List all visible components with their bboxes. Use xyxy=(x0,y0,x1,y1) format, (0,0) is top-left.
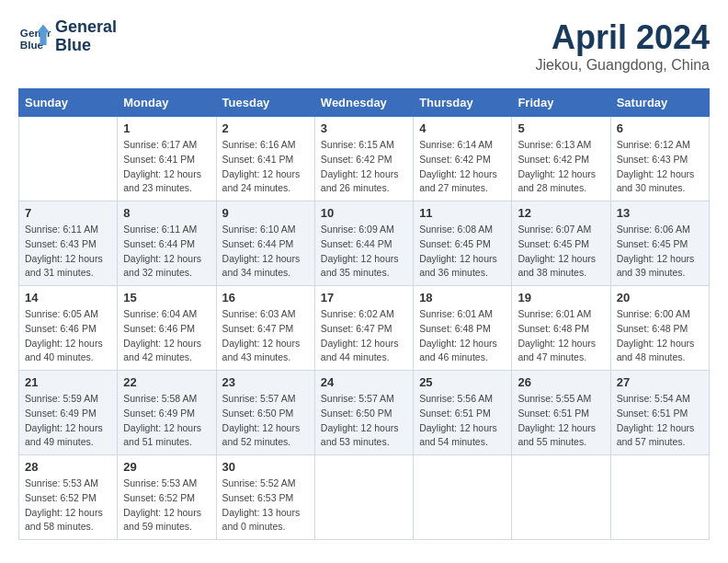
sunrise-label: Sunrise: 6:11 AM xyxy=(25,224,98,235)
calendar-cell: 13 Sunrise: 6:06 AM Sunset: 6:45 PM Dayl… xyxy=(610,201,709,286)
daylight-label: Daylight: 12 hours and 51 minutes. xyxy=(123,422,201,448)
sunrise-label: Sunrise: 5:53 AM xyxy=(123,477,197,488)
sunrise-label: Sunrise: 5:55 AM xyxy=(518,393,591,404)
day-number: 8 xyxy=(123,206,210,220)
sunrise-label: Sunrise: 6:01 AM xyxy=(419,308,493,319)
sunset-label: Sunset: 6:48 PM xyxy=(617,323,688,334)
sunrise-label: Sunrise: 6:11 AM xyxy=(123,224,197,235)
day-info: Sunrise: 6:00 AM Sunset: 6:48 PM Dayligh… xyxy=(617,307,703,365)
daylight-label: Daylight: 12 hours and 26 minutes. xyxy=(321,168,399,194)
calendar-cell: 12 Sunrise: 6:07 AM Sunset: 6:45 PM Dayl… xyxy=(512,201,610,286)
day-info: Sunrise: 5:55 AM Sunset: 6:51 PM Dayligh… xyxy=(518,392,604,450)
sunset-label: Sunset: 6:42 PM xyxy=(321,154,392,165)
calendar-cell: 26 Sunrise: 5:55 AM Sunset: 6:51 PM Dayl… xyxy=(512,371,610,455)
calendar-week-row: 1 Sunrise: 6:17 AM Sunset: 6:41 PM Dayli… xyxy=(19,117,710,201)
day-number: 12 xyxy=(518,206,604,220)
daylight-label: Daylight: 12 hours and 47 minutes. xyxy=(518,338,596,363)
weekday-header: Thursday xyxy=(414,89,512,117)
weekday-header: Sunday xyxy=(19,89,118,117)
sunrise-label: Sunrise: 6:05 AM xyxy=(25,308,98,319)
day-info: Sunrise: 6:01 AM Sunset: 6:48 PM Dayligh… xyxy=(518,307,604,365)
calendar-cell xyxy=(19,117,118,201)
day-info: Sunrise: 6:15 AM Sunset: 6:42 PM Dayligh… xyxy=(321,138,407,196)
day-number: 10 xyxy=(321,206,407,220)
sunrise-label: Sunrise: 6:01 AM xyxy=(518,308,591,319)
title-section: April 2024 Jiekou, Guangdong, China xyxy=(536,18,710,74)
logo-icon: General Blue xyxy=(18,20,51,53)
calendar-cell xyxy=(610,455,709,540)
day-number: 1 xyxy=(123,121,210,135)
sunset-label: Sunset: 6:44 PM xyxy=(222,238,294,249)
day-info: Sunrise: 5:53 AM Sunset: 6:52 PM Dayligh… xyxy=(123,477,210,534)
daylight-label: Daylight: 12 hours and 44 minutes. xyxy=(321,338,399,363)
calendar-cell: 17 Sunrise: 6:02 AM Sunset: 6:47 PM Dayl… xyxy=(314,286,413,371)
sunset-label: Sunset: 6:45 PM xyxy=(617,238,688,249)
day-info: Sunrise: 6:14 AM Sunset: 6:42 PM Dayligh… xyxy=(419,138,506,196)
location: Jiekou, Guangdong, China xyxy=(536,57,710,74)
day-number: 18 xyxy=(419,291,506,304)
sunrise-label: Sunrise: 5:57 AM xyxy=(321,393,394,404)
sunrise-label: Sunrise: 6:07 AM xyxy=(518,224,591,235)
sunset-label: Sunset: 6:50 PM xyxy=(321,408,392,419)
day-info: Sunrise: 6:16 AM Sunset: 6:41 PM Dayligh… xyxy=(222,138,309,196)
sunset-label: Sunset: 6:51 PM xyxy=(518,408,589,419)
calendar-cell: 5 Sunrise: 6:13 AM Sunset: 6:42 PM Dayli… xyxy=(512,117,610,201)
weekday-header: Tuesday xyxy=(216,89,314,117)
calendar-cell: 18 Sunrise: 6:01 AM Sunset: 6:48 PM Dayl… xyxy=(414,286,512,371)
sunrise-label: Sunrise: 6:17 AM xyxy=(123,139,197,150)
day-number: 6 xyxy=(617,121,703,135)
calendar-cell xyxy=(512,455,610,540)
daylight-label: Daylight: 12 hours and 23 minutes. xyxy=(123,168,201,194)
calendar-cell: 21 Sunrise: 5:59 AM Sunset: 6:49 PM Dayl… xyxy=(19,371,118,455)
sunset-label: Sunset: 6:52 PM xyxy=(123,492,195,503)
day-info: Sunrise: 6:11 AM Sunset: 6:44 PM Dayligh… xyxy=(123,223,210,281)
sunset-label: Sunset: 6:52 PM xyxy=(25,492,97,503)
day-number: 19 xyxy=(518,291,604,304)
day-info: Sunrise: 6:04 AM Sunset: 6:46 PM Dayligh… xyxy=(123,307,210,365)
day-number: 3 xyxy=(321,121,407,135)
calendar-cell: 14 Sunrise: 6:05 AM Sunset: 6:46 PM Dayl… xyxy=(19,286,118,371)
day-number: 24 xyxy=(321,375,407,389)
sunset-label: Sunset: 6:47 PM xyxy=(222,323,294,334)
daylight-label: Daylight: 12 hours and 49 minutes. xyxy=(25,422,103,448)
calendar-cell: 2 Sunrise: 6:16 AM Sunset: 6:41 PM Dayli… xyxy=(216,117,314,201)
calendar-cell: 10 Sunrise: 6:09 AM Sunset: 6:44 PM Dayl… xyxy=(314,201,413,286)
day-number: 13 xyxy=(617,206,703,220)
calendar-cell: 29 Sunrise: 5:53 AM Sunset: 6:52 PM Dayl… xyxy=(118,455,216,540)
day-info: Sunrise: 6:08 AM Sunset: 6:45 PM Dayligh… xyxy=(419,223,506,281)
page-header: General Blue General Blue April 2024 Jie… xyxy=(18,18,710,74)
daylight-label: Daylight: 12 hours and 55 minutes. xyxy=(518,422,596,448)
sunset-label: Sunset: 6:41 PM xyxy=(222,154,294,165)
sunrise-label: Sunrise: 5:56 AM xyxy=(419,393,493,404)
calendar-cell: 4 Sunrise: 6:14 AM Sunset: 6:42 PM Dayli… xyxy=(414,117,512,201)
daylight-label: Daylight: 12 hours and 46 minutes. xyxy=(419,338,497,363)
sunset-label: Sunset: 6:48 PM xyxy=(419,323,491,334)
daylight-label: Daylight: 13 hours and 0 minutes. xyxy=(222,507,301,533)
calendar-cell: 6 Sunrise: 6:12 AM Sunset: 6:43 PM Dayli… xyxy=(610,117,709,201)
calendar-week-row: 21 Sunrise: 5:59 AM Sunset: 6:49 PM Dayl… xyxy=(19,371,710,455)
calendar-cell: 3 Sunrise: 6:15 AM Sunset: 6:42 PM Dayli… xyxy=(314,117,413,201)
calendar-cell: 15 Sunrise: 6:04 AM Sunset: 6:46 PM Dayl… xyxy=(118,286,216,371)
daylight-label: Daylight: 12 hours and 58 minutes. xyxy=(25,507,103,533)
sunset-label: Sunset: 6:42 PM xyxy=(518,154,589,165)
sunset-label: Sunset: 6:44 PM xyxy=(123,238,195,249)
logo-line2: Blue xyxy=(55,36,91,54)
day-info: Sunrise: 6:02 AM Sunset: 6:47 PM Dayligh… xyxy=(321,307,407,365)
calendar-cell: 19 Sunrise: 6:01 AM Sunset: 6:48 PM Dayl… xyxy=(512,286,610,371)
day-info: Sunrise: 5:59 AM Sunset: 6:49 PM Dayligh… xyxy=(25,392,111,450)
sunset-label: Sunset: 6:49 PM xyxy=(123,408,195,419)
sunset-label: Sunset: 6:41 PM xyxy=(123,154,195,165)
daylight-label: Daylight: 12 hours and 42 minutes. xyxy=(123,338,201,363)
daylight-label: Daylight: 12 hours and 59 minutes. xyxy=(123,507,201,533)
sunset-label: Sunset: 6:50 PM xyxy=(222,408,294,419)
sunset-label: Sunset: 6:51 PM xyxy=(617,408,688,419)
calendar-cell xyxy=(414,455,512,540)
sunset-label: Sunset: 6:43 PM xyxy=(25,238,97,249)
day-number: 20 xyxy=(617,291,703,304)
day-info: Sunrise: 5:57 AM Sunset: 6:50 PM Dayligh… xyxy=(222,392,309,450)
day-info: Sunrise: 6:12 AM Sunset: 6:43 PM Dayligh… xyxy=(617,138,703,196)
day-number: 11 xyxy=(419,206,506,220)
weekday-header: Monday xyxy=(118,89,216,117)
calendar-cell: 7 Sunrise: 6:11 AM Sunset: 6:43 PM Dayli… xyxy=(19,201,118,286)
sunset-label: Sunset: 6:53 PM xyxy=(222,492,294,503)
